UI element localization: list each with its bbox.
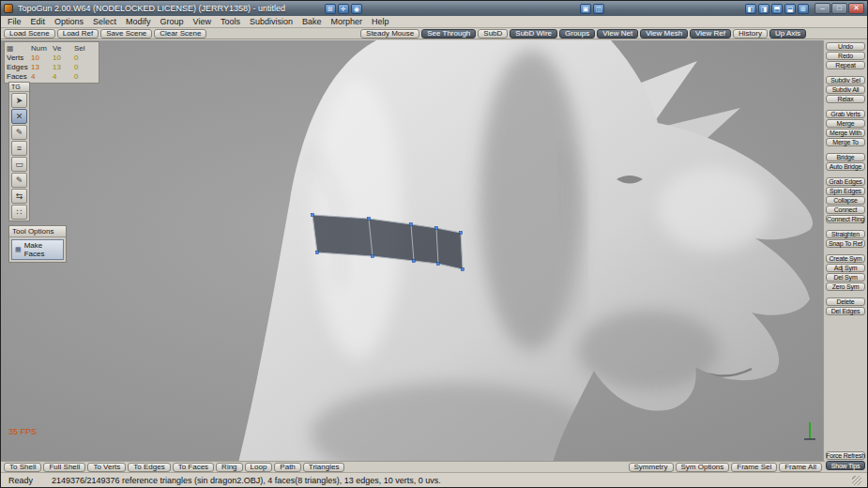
sidebar-button[interactable]: Bridge (826, 153, 865, 161)
sidebar-button[interactable]: Grab Edges (826, 177, 865, 186)
toolbar-button[interactable]: Load Scene (4, 29, 55, 38)
sidebar-button[interactable]: Collapse (826, 196, 865, 205)
resize-grip[interactable] (852, 476, 861, 485)
toolbar-toggle-button[interactable]: View Net (597, 29, 638, 38)
menu-item[interactable]: Select (88, 17, 121, 26)
stats-col-num: Num (31, 44, 53, 53)
frame-button[interactable]: Symmetry (629, 463, 674, 472)
sidebar-button[interactable]: Straighten (826, 230, 865, 238)
sidebar-button[interactable]: Merge To (826, 138, 865, 146)
toolbar-toggle-button[interactable]: Up Axis (769, 29, 806, 38)
sidebar-button[interactable]: Del Sym (826, 273, 865, 282)
maximize-button[interactable]: □ (831, 3, 847, 14)
selection-button[interactable]: To Shell (4, 463, 41, 472)
toolbar-button[interactable]: Save Scene (100, 29, 152, 38)
topology-tool[interactable]: ∷ (11, 205, 27, 220)
draw-tool[interactable]: ✎ (11, 125, 27, 140)
menu-item[interactable]: File (3, 17, 26, 26)
stats-header-row: ▦ Num Ve Sel (7, 43, 97, 53)
frame-button[interactable]: Frame Sel (731, 463, 777, 472)
layout-single-icon[interactable]: ▣ (580, 4, 591, 14)
viewport-3d[interactable]: ▦ Num Ve Sel Verts 10 10 0 Edges (1, 40, 825, 463)
layout-split-icon[interactable]: ◫ (593, 4, 604, 14)
menu-item[interactable]: View (189, 17, 216, 26)
menu-item[interactable]: Modify (121, 17, 156, 26)
bridge-tool[interactable]: ≡ (11, 141, 27, 156)
menu-item[interactable]: Edit (26, 17, 51, 26)
sidebar-button[interactable]: Snap To Ref (826, 239, 865, 248)
sidebar-button[interactable]: Adj Sym (826, 264, 865, 272)
toolbar-toggle-button[interactable]: View Mesh (640, 29, 688, 38)
toolbar-toggle-button[interactable]: View Ref (690, 29, 731, 38)
toolbar-button[interactable]: Load Ref (57, 29, 99, 38)
camera-icon[interactable]: ◉ (351, 4, 362, 14)
sidebar-button[interactable]: Relax (826, 95, 865, 103)
stats-row: Edges 13 13 0 (7, 62, 97, 71)
selection-button[interactable]: Loop (245, 463, 273, 472)
symmetry-tool[interactable]: ⇆ (11, 189, 27, 204)
stats-row-label: Faces (7, 72, 31, 81)
selection-button[interactable]: To Verts (87, 463, 126, 472)
sidebar-button[interactable]: Undo (826, 42, 865, 51)
sidebar-button[interactable]: Redo (826, 52, 865, 60)
tool-option-label: Make Faces (24, 241, 60, 258)
window-controls: –□✕ (815, 3, 864, 14)
sidebar-button[interactable]: Auto Bridge (826, 162, 865, 171)
toolbar-toggle-button[interactable]: SubD Wire (510, 29, 557, 38)
selection-button[interactable]: Triangles (303, 463, 345, 472)
sidebar-button[interactable]: Zero Sym (826, 282, 865, 291)
menu-item[interactable]: Tools (216, 17, 245, 26)
menu-item[interactable]: Help (367, 17, 394, 26)
selection-button[interactable]: Full Shell (43, 463, 85, 472)
sidebar-button[interactable]: Subdiv All (826, 85, 865, 94)
selection-button[interactable]: Ring (216, 463, 242, 472)
force-refresh-button[interactable]: Force Refresh (826, 451, 865, 460)
sidebar-button[interactable]: Merge (826, 119, 865, 128)
selection-button[interactable]: To Faces (173, 463, 214, 472)
view-side-icon[interactable]: ◨ (758, 4, 769, 14)
menu-item[interactable]: Bake (297, 17, 327, 26)
sidebar-button[interactable]: Subdiv Sel (826, 76, 865, 84)
stats-row-label: Edges (7, 63, 31, 71)
extrude-tool[interactable]: ▭ (11, 157, 27, 172)
menu-item[interactable]: Morpher (327, 17, 368, 26)
view-quad-icon[interactable]: ⊞ (798, 4, 809, 14)
toolbar-toggle-button[interactable]: Steady Mouse (360, 29, 419, 38)
axis-toggle-icon[interactable]: ✛ (338, 4, 349, 14)
toolbar-toggle-button[interactable]: Groups (559, 29, 595, 38)
snap-grid-icon[interactable]: ⊞ (325, 4, 336, 14)
brush-tool[interactable]: ✎ (11, 173, 27, 188)
sidebar-button[interactable]: Grab Verts (826, 110, 865, 118)
frame-button[interactable]: Sym Options (676, 463, 730, 472)
simple-create-tool[interactable]: ✕ (11, 109, 27, 124)
selection-button[interactable]: To Edges (128, 463, 170, 472)
selection-button[interactable]: Path (274, 463, 300, 472)
show-tips-button[interactable]: Show Tips (826, 461, 865, 470)
sidebar-button[interactable]: Connect Ring (826, 215, 865, 223)
sidebar-button[interactable]: Connect (826, 206, 865, 214)
stats-col-sel: Sel (74, 44, 96, 53)
sidebar-button[interactable]: Merge With (826, 129, 865, 137)
view-front-icon[interactable]: ◧ (745, 4, 756, 14)
edit-sidebar: UndoRedoRepeatSubdiv SelSubdiv AllRelaxG… (823, 40, 867, 472)
menu-item[interactable]: Options (50, 17, 88, 26)
frame-button[interactable]: Frame All (779, 463, 822, 472)
menu-item[interactable]: Subdivision (245, 17, 297, 26)
close-button[interactable]: ✕ (848, 3, 864, 14)
tg-palette-title: TG (9, 83, 29, 92)
sidebar-button[interactable]: Delete (826, 297, 865, 306)
sidebar-button[interactable]: Spin Edges (826, 187, 865, 195)
sidebar-button[interactable]: Del Edges (826, 307, 865, 315)
minimize-button[interactable]: – (815, 3, 830, 14)
tool-option-item[interactable]: ▦ Make Faces (11, 239, 64, 260)
sidebar-button[interactable]: Repeat (826, 61, 865, 69)
sidebar-button[interactable]: Create Sym (826, 254, 865, 263)
menu-item[interactable]: Group (156, 17, 189, 26)
toolbar-button[interactable]: Clear Scene (154, 29, 206, 38)
select-tool[interactable]: ➤ (11, 93, 27, 108)
toolbar-toggle-button[interactable]: History (733, 29, 768, 38)
view-persp-icon[interactable]: ⬓ (784, 4, 796, 14)
view-top-icon[interactable]: ⬒ (771, 4, 783, 14)
toolbar-toggle-button[interactable]: See Through (421, 29, 476, 38)
toolbar-toggle-button[interactable]: SubD (478, 29, 508, 38)
